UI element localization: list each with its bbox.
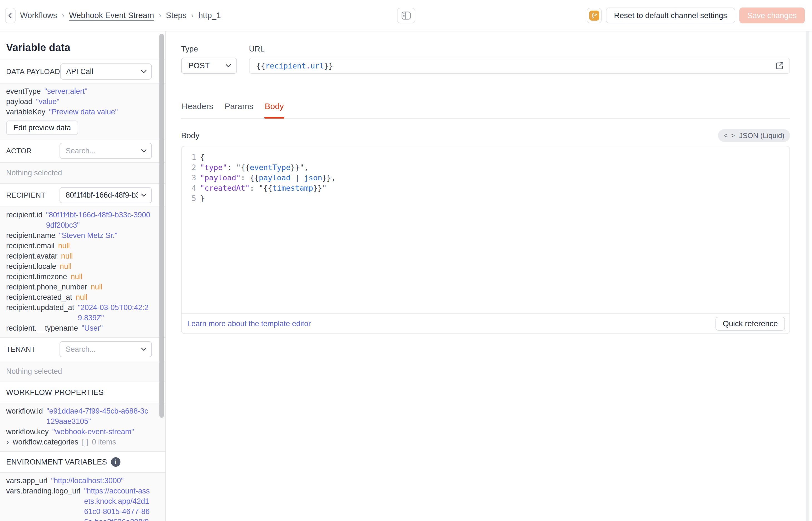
environment-variables-title: ENVIRONMENT VARIABLES (6, 457, 107, 467)
body-code-editor[interactable]: 1{2"type": "{{eventType}}",3"payload": {… (182, 146, 789, 313)
method-selected-value: POST (188, 61, 222, 70)
chevron-right-icon[interactable]: › (6, 437, 13, 447)
kv-row: vars.app_url"http://localhost:3000" (6, 476, 152, 486)
code-line[interactable]: 4"createdAt": "{{timestamp}}" (182, 183, 789, 193)
open-external-button[interactable] (775, 61, 785, 70)
save-changes-button[interactable]: Save changes (739, 7, 805, 23)
kv-value: "server:alert" (45, 86, 152, 96)
code-line[interactable]: 5} (182, 193, 789, 203)
tenant-select[interactable]: Search... (59, 341, 152, 357)
workflow-properties-header: WORKFLOW PROPERTIES (0, 382, 165, 403)
kv-key: recipient.phone_number (6, 282, 87, 292)
reset-channel-settings-button[interactable]: Reset to default channel settings (606, 7, 735, 23)
kv-key: vars.app_url (6, 476, 48, 486)
kv-suffix: 0 items (92, 437, 116, 447)
code-token: {{ (250, 174, 259, 182)
editor-footer: Learn more about the template editor Qui… (182, 313, 789, 334)
tenant-label: TENANT (6, 345, 59, 354)
kv-value: null (71, 272, 152, 282)
method-select[interactable]: POST (181, 58, 237, 74)
breadcrumb-separator: › (159, 11, 161, 20)
kv-value: "80f1f4bf-166d-48f9-b33c-39009df20bc3" (46, 210, 152, 230)
sidebar-panel-icon (401, 11, 411, 20)
workflow-properties-block: workflow.id"e91ddae4-7f99-45cb-a688-3c12… (0, 403, 165, 451)
code-token: " (236, 163, 241, 172)
code-token: } (200, 194, 205, 203)
breadcrumb-workflows[interactable]: Workflows (20, 11, 57, 20)
kv-key: recipient.created_at (6, 292, 72, 302)
kv-key: recipient.updated_at (6, 302, 74, 313)
top-bar: Workflows › Webhook Event Stream › Steps… (0, 0, 812, 31)
body-section-label: Body (181, 131, 199, 140)
tab-headers[interactable]: Headers (181, 101, 214, 118)
code-token: }} (290, 163, 300, 172)
chevron-left-icon (6, 12, 14, 20)
page-scrollbar-track[interactable] (806, 31, 809, 521)
tenant-search-placeholder: Search... (66, 345, 138, 354)
code-line[interactable]: 1{ (182, 152, 789, 162)
kv-value: "User" (81, 323, 152, 334)
kv-value: "Steven Metz Sr." (59, 230, 152, 241)
body-editor-container: 1{2"type": "{{eventType}}",3"payload": {… (181, 146, 790, 334)
kv-row: eventType"server:alert" (6, 86, 152, 96)
kv-row: recipient.id"80f1f4bf-166d-48f9-b33c-390… (6, 210, 152, 230)
code-token: : (227, 163, 236, 172)
code-line[interactable]: 2"type": "{{eventType}}", (182, 162, 789, 173)
kv-row: recipient.__typename"User" (6, 323, 152, 334)
breadcrumb-workflow-link[interactable]: Webhook Event Stream (69, 11, 154, 20)
data-payload-selected-value: API Call (66, 67, 138, 76)
language-badge[interactable]: < > JSON (Liquid) (718, 129, 790, 142)
quick-reference-button[interactable]: Quick reference (715, 317, 785, 331)
back-button[interactable] (5, 8, 16, 23)
kv-row: recipient.avatarnull (6, 251, 152, 261)
kv-row: workflow.id"e91ddae4-7f99-45cb-a688-3c12… (6, 406, 152, 427)
breadcrumb-separator: › (62, 11, 64, 20)
kv-value: "https://account-assets.knock.app/42d161… (84, 486, 152, 521)
url-input[interactable]: {{recipient.url}} (249, 58, 790, 74)
code-token: {{ (241, 163, 250, 172)
line-number: 5 (182, 193, 196, 203)
kv-value: null (91, 282, 152, 292)
kv-key: workflow.id (6, 406, 43, 416)
actor-select[interactable]: Search... (59, 143, 152, 159)
external-link-icon (775, 61, 785, 70)
kv-value: null (76, 292, 152, 302)
code-token: {{ (263, 184, 272, 192)
commit-status-button[interactable] (587, 8, 602, 23)
kv-key: variableKey (6, 107, 45, 117)
sidebar-scrollbar[interactable] (160, 34, 164, 418)
type-field: Type POST (181, 45, 237, 74)
kv-value: null (58, 241, 152, 251)
kv-key: recipient.email (6, 241, 54, 251)
kv-row: recipient.phone_numbernull (6, 282, 152, 292)
kv-key: recipient.__typename (6, 323, 78, 334)
tab-params[interactable]: Params (224, 101, 254, 118)
tab-body[interactable]: Body (264, 101, 284, 118)
kv-row: workflow.key"webhook-event-stream" (6, 427, 152, 437)
code-token: url (310, 62, 324, 70)
code-line[interactable]: 3"payload": {{payload | json}}, (182, 173, 789, 183)
kv-row: recipient.name"Steven Metz Sr." (6, 230, 152, 241)
toggle-sidebar-button[interactable] (397, 8, 415, 23)
kv-row: variableKey"Preview data value" (6, 107, 152, 117)
code-token: {{ (256, 62, 265, 70)
code-token: "payload" (200, 174, 241, 182)
template-editor-docs-link[interactable]: Learn more about the template editor (187, 319, 311, 328)
data-payload-label: DATA PAYLOAD (6, 67, 60, 76)
info-icon[interactable]: i (111, 457, 120, 467)
code-line-content: "payload": {{payload | json}}, (200, 173, 336, 183)
kv-row: ›workflow.categories[ ]0 items (6, 437, 152, 447)
url-field: URL {{recipient.url}} (249, 45, 790, 74)
breadcrumb-steps[interactable]: Steps (166, 11, 186, 20)
kv-key: eventType (6, 86, 41, 96)
type-label: Type (181, 45, 237, 53)
data-payload-row: DATA PAYLOAD API Call (0, 60, 165, 83)
workflow-properties-title: WORKFLOW PROPERTIES (6, 388, 104, 397)
kv-key: recipient.name (6, 230, 55, 241)
data-payload-select[interactable]: API Call (60, 64, 152, 80)
recipient-select[interactable]: 80f1f4bf-166d-48f9-b33c (59, 187, 152, 203)
recipient-row: RECIPIENT 80f1f4bf-166d-48f9-b33c (0, 183, 165, 206)
kv-value: "Preview data value" (49, 107, 152, 117)
kv-row: payload"value" (6, 96, 152, 107)
edit-preview-data-button[interactable]: Edit preview data (6, 120, 78, 135)
